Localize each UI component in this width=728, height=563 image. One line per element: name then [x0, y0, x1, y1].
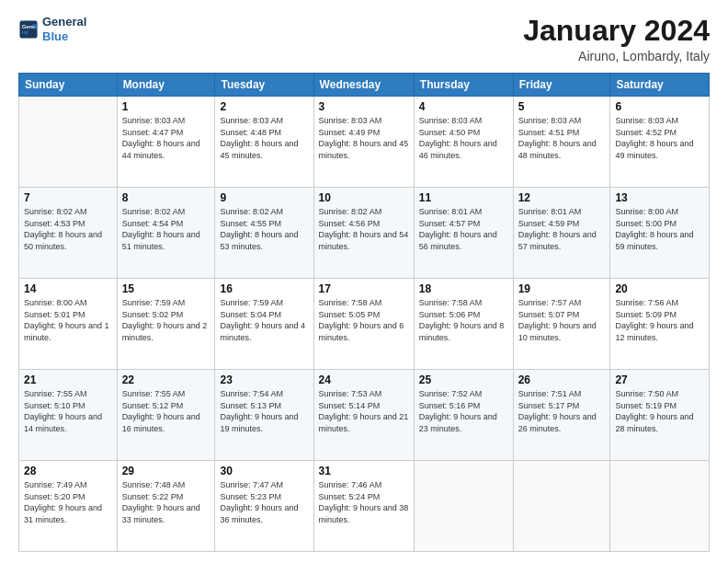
- day-info: Sunrise: 8:03 AMSunset: 4:50 PMDaylight:…: [419, 115, 508, 161]
- calendar-cell: 29Sunrise: 7:48 AMSunset: 5:22 PMDayligh…: [117, 461, 215, 552]
- weekday-header: Sunday: [19, 74, 118, 97]
- day-number: 17: [319, 282, 409, 295]
- day-info: Sunrise: 7:58 AMSunset: 5:05 PMDaylight:…: [319, 297, 409, 343]
- location: Airuno, Lombardy, Italy: [523, 49, 710, 63]
- calendar-cell: 18Sunrise: 7:58 AMSunset: 5:06 PMDayligh…: [414, 279, 513, 370]
- day-number: 19: [518, 282, 606, 295]
- calendar-cell: 11Sunrise: 8:01 AMSunset: 4:57 PMDayligh…: [414, 188, 513, 279]
- calendar-week-row: 28Sunrise: 7:49 AMSunset: 5:20 PMDayligh…: [19, 461, 710, 552]
- calendar-cell: [414, 461, 513, 552]
- day-number: 30: [220, 465, 308, 477]
- weekday-header: Monday: [117, 74, 215, 97]
- day-number: 12: [518, 191, 606, 204]
- calendar: SundayMondayTuesdayWednesdayThursdayFrid…: [18, 73, 710, 552]
- calendar-cell: 17Sunrise: 7:58 AMSunset: 5:05 PMDayligh…: [313, 279, 414, 370]
- calendar-cell: 10Sunrise: 8:02 AMSunset: 4:56 PMDayligh…: [313, 188, 414, 279]
- calendar-body: 1Sunrise: 8:03 AMSunset: 4:47 PMDaylight…: [19, 97, 710, 552]
- day-info: Sunrise: 8:00 AMSunset: 5:00 PMDaylight:…: [615, 206, 704, 252]
- svg-text:ral: ral: [22, 29, 29, 35]
- calendar-cell: 28Sunrise: 7:49 AMSunset: 5:20 PMDayligh…: [19, 461, 118, 552]
- calendar-cell: 1Sunrise: 8:03 AMSunset: 4:47 PMDaylight…: [117, 97, 215, 188]
- day-info: Sunrise: 7:47 AMSunset: 5:23 PMDaylight:…: [220, 479, 308, 525]
- day-info: Sunrise: 7:55 AMSunset: 5:12 PMDaylight:…: [122, 388, 210, 434]
- calendar-cell: [610, 461, 710, 552]
- calendar-cell: 27Sunrise: 7:50 AMSunset: 5:19 PMDayligh…: [610, 370, 710, 461]
- day-info: Sunrise: 8:01 AMSunset: 4:57 PMDaylight:…: [419, 206, 508, 252]
- day-number: 7: [24, 191, 112, 204]
- calendar-cell: 26Sunrise: 7:51 AMSunset: 5:17 PMDayligh…: [513, 370, 610, 461]
- day-info: Sunrise: 8:03 AMSunset: 4:47 PMDaylight:…: [122, 115, 210, 161]
- day-info: Sunrise: 7:50 AMSunset: 5:19 PMDaylight:…: [615, 388, 704, 434]
- calendar-cell: 25Sunrise: 7:52 AMSunset: 5:16 PMDayligh…: [414, 370, 513, 461]
- day-number: 14: [24, 282, 112, 295]
- day-number: 31: [319, 465, 409, 477]
- calendar-week-row: 7Sunrise: 8:02 AMSunset: 4:53 PMDaylight…: [19, 188, 710, 279]
- calendar-cell: 6Sunrise: 8:03 AMSunset: 4:52 PMDaylight…: [610, 97, 710, 188]
- day-number: 11: [419, 191, 508, 204]
- day-info: Sunrise: 7:46 AMSunset: 5:24 PMDaylight:…: [319, 479, 409, 525]
- day-number: 9: [220, 191, 308, 204]
- day-number: 15: [122, 282, 210, 295]
- day-number: 21: [24, 373, 112, 386]
- logo-line1: General: [42, 15, 86, 29]
- page: Gene ral General Blue January 2024 Airun…: [0, 0, 728, 563]
- day-info: Sunrise: 7:53 AMSunset: 5:14 PMDaylight:…: [319, 388, 409, 434]
- calendar-cell: 14Sunrise: 8:00 AMSunset: 5:01 PMDayligh…: [19, 279, 118, 370]
- calendar-cell: 30Sunrise: 7:47 AMSunset: 5:23 PMDayligh…: [215, 461, 313, 552]
- weekday-header: Saturday: [610, 74, 710, 97]
- calendar-table: SundayMondayTuesdayWednesdayThursdayFrid…: [18, 73, 710, 552]
- day-number: 3: [319, 100, 409, 113]
- day-info: Sunrise: 8:03 AMSunset: 4:51 PMDaylight:…: [518, 115, 606, 161]
- day-info: Sunrise: 7:58 AMSunset: 5:06 PMDaylight:…: [419, 297, 508, 343]
- weekday-header: Friday: [513, 74, 610, 97]
- logo: Gene ral General Blue: [18, 15, 86, 43]
- day-number: 8: [122, 191, 210, 204]
- month-title: January 2024: [523, 15, 710, 47]
- day-info: Sunrise: 7:51 AMSunset: 5:17 PMDaylight:…: [518, 388, 606, 434]
- calendar-cell: 15Sunrise: 7:59 AMSunset: 5:02 PMDayligh…: [117, 279, 215, 370]
- day-number: 26: [518, 373, 606, 386]
- day-info: Sunrise: 8:01 AMSunset: 4:59 PMDaylight:…: [518, 206, 606, 252]
- header: Gene ral General Blue January 2024 Airun…: [18, 15, 710, 63]
- calendar-cell: 16Sunrise: 7:59 AMSunset: 5:04 PMDayligh…: [215, 279, 313, 370]
- day-info: Sunrise: 7:54 AMSunset: 5:13 PMDaylight:…: [220, 388, 308, 434]
- day-info: Sunrise: 8:00 AMSunset: 5:01 PMDaylight:…: [24, 297, 112, 343]
- day-number: 29: [122, 465, 210, 477]
- day-number: 22: [122, 373, 210, 386]
- day-info: Sunrise: 7:59 AMSunset: 5:04 PMDaylight:…: [220, 297, 308, 343]
- calendar-week-row: 21Sunrise: 7:55 AMSunset: 5:10 PMDayligh…: [19, 370, 710, 461]
- day-info: Sunrise: 8:03 AMSunset: 4:49 PMDaylight:…: [319, 115, 409, 161]
- day-number: 18: [419, 282, 508, 295]
- day-info: Sunrise: 7:48 AMSunset: 5:22 PMDaylight:…: [122, 479, 210, 525]
- calendar-cell: 3Sunrise: 8:03 AMSunset: 4:49 PMDaylight…: [313, 97, 414, 188]
- calendar-week-row: 14Sunrise: 8:00 AMSunset: 5:01 PMDayligh…: [19, 279, 710, 370]
- day-info: Sunrise: 8:02 AMSunset: 4:53 PMDaylight:…: [24, 206, 112, 252]
- day-number: 16: [220, 282, 308, 295]
- day-number: 1: [122, 100, 210, 113]
- day-number: 28: [24, 465, 112, 477]
- calendar-cell: 31Sunrise: 7:46 AMSunset: 5:24 PMDayligh…: [313, 461, 414, 552]
- day-number: 6: [615, 100, 704, 113]
- day-info: Sunrise: 7:57 AMSunset: 5:07 PMDaylight:…: [518, 297, 606, 343]
- day-info: Sunrise: 8:02 AMSunset: 4:54 PMDaylight:…: [122, 206, 210, 252]
- day-number: 13: [615, 191, 704, 204]
- day-info: Sunrise: 7:55 AMSunset: 5:10 PMDaylight:…: [24, 388, 112, 434]
- day-number: 25: [419, 373, 508, 386]
- day-info: Sunrise: 7:56 AMSunset: 5:09 PMDaylight:…: [615, 297, 704, 343]
- weekday-header: Tuesday: [215, 74, 313, 97]
- calendar-cell: 23Sunrise: 7:54 AMSunset: 5:13 PMDayligh…: [215, 370, 313, 461]
- logo-icon: Gene ral: [18, 19, 39, 40]
- calendar-cell: 7Sunrise: 8:02 AMSunset: 4:53 PMDaylight…: [19, 188, 118, 279]
- day-number: 24: [319, 373, 409, 386]
- calendar-cell: 13Sunrise: 8:00 AMSunset: 5:00 PMDayligh…: [610, 188, 710, 279]
- logo-line2: Blue: [42, 29, 68, 43]
- day-number: 2: [220, 100, 308, 113]
- calendar-cell: 4Sunrise: 8:03 AMSunset: 4:50 PMDaylight…: [414, 97, 513, 188]
- calendar-cell: 20Sunrise: 7:56 AMSunset: 5:09 PMDayligh…: [610, 279, 710, 370]
- weekday-header: Wednesday: [313, 74, 414, 97]
- day-number: 5: [518, 100, 606, 113]
- calendar-cell: 12Sunrise: 8:01 AMSunset: 4:59 PMDayligh…: [513, 188, 610, 279]
- title-block: January 2024 Airuno, Lombardy, Italy: [523, 15, 710, 63]
- calendar-cell: 24Sunrise: 7:53 AMSunset: 5:14 PMDayligh…: [313, 370, 414, 461]
- calendar-cell: 21Sunrise: 7:55 AMSunset: 5:10 PMDayligh…: [19, 370, 118, 461]
